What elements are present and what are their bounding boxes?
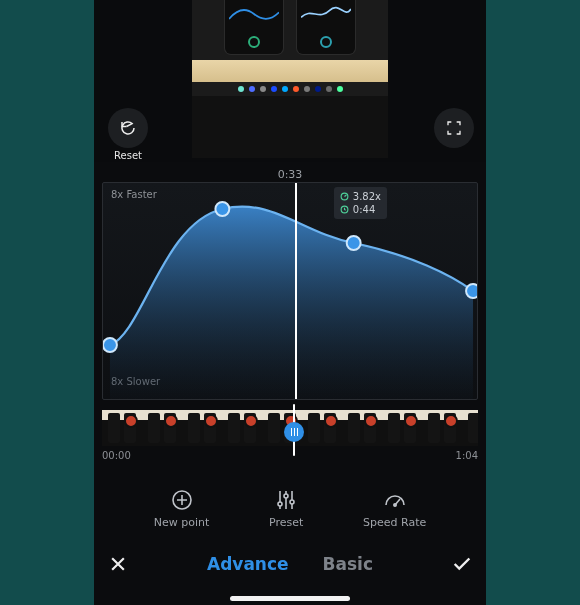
curve-point-2[interactable] xyxy=(215,202,229,216)
timeline-frame xyxy=(302,410,342,446)
new-point-label: New point xyxy=(154,516,210,529)
check-icon xyxy=(451,553,473,575)
timeline-start: 00:00 xyxy=(102,450,131,461)
timeline-frame xyxy=(222,410,262,446)
reset-label: Reset xyxy=(106,150,150,161)
curve-point-3[interactable] xyxy=(347,236,361,250)
svg-point-6 xyxy=(393,503,395,505)
reset-icon xyxy=(108,108,148,148)
curve-playhead[interactable] xyxy=(295,183,297,399)
tab-advance[interactable]: Advance xyxy=(207,554,289,574)
timeline-frame xyxy=(342,410,382,446)
fullscreen-button[interactable] xyxy=(434,108,474,148)
svg-point-5 xyxy=(290,500,294,504)
speed-rate-label: Speed Rate xyxy=(363,516,426,529)
fullscreen-icon xyxy=(446,120,462,136)
preset-label: Preset xyxy=(269,516,303,529)
curve-point-1[interactable] xyxy=(103,338,117,352)
timeline-frame xyxy=(422,410,462,446)
speedometer-icon xyxy=(383,488,407,512)
timeline-frame xyxy=(462,410,478,446)
speed-rate-button[interactable]: Speed Rate xyxy=(363,488,426,529)
confirm-button[interactable] xyxy=(438,553,486,575)
reset-button[interactable]: Reset xyxy=(106,108,150,161)
tab-basic[interactable]: Basic xyxy=(323,554,373,574)
plus-circle-icon xyxy=(170,488,194,512)
svg-point-3 xyxy=(278,502,282,506)
video-frame xyxy=(192,0,388,158)
timeline-frame xyxy=(182,410,222,446)
mode-tabs: Advance Basic xyxy=(94,544,486,584)
video-speed-editor: Reset 0:33 8x Faster 8x Slower 3.82x 0:4… xyxy=(94,0,486,605)
speed-curve[interactable] xyxy=(103,183,477,399)
tool-row: New point Preset Speed Rate xyxy=(94,480,486,536)
timeline-end: 1:04 xyxy=(456,450,478,461)
curve-point-4[interactable] xyxy=(466,284,477,298)
timeline-frame xyxy=(382,410,422,446)
timeline-range: 00:00 1:04 xyxy=(102,450,478,461)
timeline-frame xyxy=(102,410,142,446)
playhead-time: 0:33 xyxy=(94,168,486,181)
sliders-icon xyxy=(274,488,298,512)
video-preview[interactable] xyxy=(94,0,486,162)
timeline-playhead[interactable] xyxy=(292,404,296,456)
speed-curve-panel[interactable]: 8x Faster 8x Slower 3.82x 0:44 xyxy=(102,182,478,400)
home-indicator[interactable] xyxy=(230,596,350,601)
timeline-frame xyxy=(142,410,182,446)
new-point-button[interactable]: New point xyxy=(154,488,210,529)
cancel-button[interactable] xyxy=(94,554,142,574)
svg-point-4 xyxy=(284,494,288,498)
close-icon xyxy=(108,554,128,574)
preset-button[interactable]: Preset xyxy=(269,488,303,529)
playhead-knob-icon xyxy=(284,422,304,442)
